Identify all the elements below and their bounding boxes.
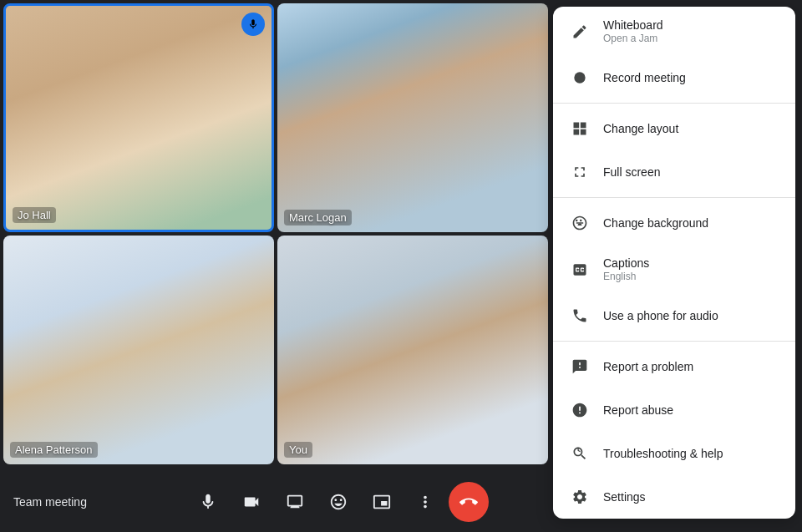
divider-3 <box>553 341 795 342</box>
meeting-title: Team meeting <box>13 495 87 509</box>
mic-button[interactable] <box>188 482 228 522</box>
layout-icon <box>570 119 590 139</box>
whiteboard-sublabel: Open a Jam <box>603 33 663 44</box>
phone-icon <box>570 306 590 326</box>
menu-item-whiteboard[interactable]: Whiteboard Open a Jam <box>553 7 795 56</box>
background-icon <box>570 213 590 233</box>
settings-label: Settings <box>603 490 646 504</box>
report-problem-label: Report a problem <box>603 360 693 373</box>
menu-item-report-problem[interactable]: Report a problem <box>553 345 795 388</box>
camera-button[interactable] <box>231 482 272 522</box>
participant-name-alena: Alena Patterson <box>10 442 98 458</box>
captions-sublabel: English <box>603 271 649 282</box>
help-icon <box>570 443 590 464</box>
menu-item-report-abuse[interactable]: Report abuse <box>553 388 795 432</box>
menu-item-change-layout[interactable]: Change layout <box>553 107 795 150</box>
menu-item-change-background[interactable]: Change background <box>553 201 795 245</box>
fullscreen-label: Full screen <box>603 165 660 179</box>
toolbar-controls <box>188 482 489 522</box>
report-problem-icon <box>570 357 590 377</box>
context-menu: Whiteboard Open a Jam Record meeting Cha… <box>553 7 795 519</box>
phone-audio-label: Use a phone for audio <box>603 309 718 322</box>
video-grid: Jo Hall Marc Logan Alena Patterson You <box>0 0 551 468</box>
troubleshooting-label: Troubleshooting & help <box>603 447 723 460</box>
menu-item-record[interactable]: Record meeting <box>553 56 795 99</box>
end-call-button[interactable] <box>449 482 489 522</box>
pip-button[interactable] <box>362 482 402 522</box>
divider-1 <box>553 103 795 104</box>
video-tile-jo: Jo Hall <box>3 3 274 232</box>
bottom-toolbar: Team meeting <box>0 472 551 532</box>
whiteboard-label: Whiteboard <box>603 18 663 32</box>
menu-item-fullscreen[interactable]: Full screen <box>553 150 795 194</box>
fullscreen-icon <box>570 162 590 182</box>
report-abuse-label: Report abuse <box>603 403 673 417</box>
menu-item-captions[interactable]: Captions English <box>553 245 795 294</box>
change-background-label: Change background <box>603 216 708 230</box>
change-layout-label: Change layout <box>603 122 678 135</box>
record-label: Record meeting <box>603 71 686 84</box>
video-tile-marc: Marc Logan <box>277 3 548 232</box>
menu-item-settings[interactable]: Settings <box>553 475 795 519</box>
edit-icon <box>570 22 590 42</box>
video-tile-you: You <box>277 236 548 464</box>
react-button[interactable] <box>318 482 358 522</box>
report-abuse-icon <box>570 400 590 420</box>
more-options-button[interactable] <box>405 482 445 522</box>
cc-icon <box>570 260 590 280</box>
svg-point-0 <box>574 72 585 83</box>
settings-icon <box>570 487 590 507</box>
participant-name-jo: Jo Hall <box>13 207 56 223</box>
captions-label: Captions <box>603 256 649 270</box>
video-tile-alena: Alena Patterson <box>3 236 274 464</box>
record-icon <box>570 68 590 88</box>
menu-item-troubleshooting[interactable]: Troubleshooting & help <box>553 432 795 475</box>
present-button[interactable] <box>275 482 315 522</box>
menu-item-phone-audio[interactable]: Use a phone for audio <box>553 294 795 337</box>
divider-2 <box>553 197 795 198</box>
audio-indicator-jo <box>241 13 265 36</box>
participant-name-marc: Marc Logan <box>284 210 352 225</box>
participant-name-you: You <box>284 442 312 458</box>
